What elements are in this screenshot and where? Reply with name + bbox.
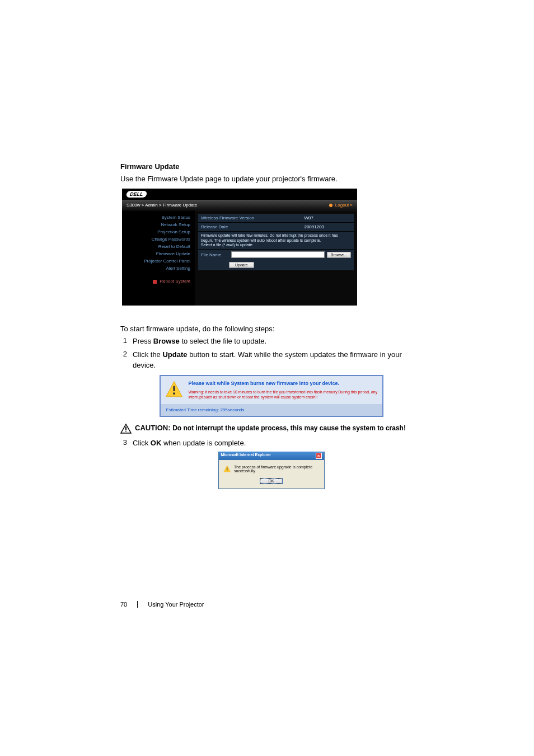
fw-warning-text: Firmware update will take few minutes. D… xyxy=(198,232,354,250)
step-2-text: Click the Update button to start. Wait w… xyxy=(133,350,422,370)
burn-dialog: Please wait while System burns new firmw… xyxy=(160,375,383,417)
admin-main: Wireless Firmware VersionW07 Release Dat… xyxy=(195,210,357,306)
release-date-value: 20091203 xyxy=(301,223,354,232)
svg-rect-7 xyxy=(227,467,227,469)
step-2-num: 2 xyxy=(120,350,133,370)
ok-button[interactable]: OK xyxy=(260,478,282,484)
svg-point-8 xyxy=(226,470,227,471)
breadcrumb-bar: S300w > Admin > Firmware Update Logout » xyxy=(122,200,357,210)
footer-section: Using Your Projector xyxy=(148,601,204,608)
sidebar-item-projection-setup[interactable]: Projection Setup xyxy=(127,228,190,236)
file-name-label: File Name xyxy=(201,252,229,257)
sidebar-item-reset-default[interactable]: Reset to Default xyxy=(127,243,190,250)
step-1-num: 1 xyxy=(120,336,133,346)
ok-dialog-titlebar: Microsoft Internet Explorer × xyxy=(219,452,324,460)
ok-dialog-title: Microsoft Internet Explorer xyxy=(221,453,271,459)
admin-screenshot: DELL S300w > Admin > Firmware Update Log… xyxy=(122,189,357,318)
alert-icon xyxy=(223,464,231,473)
caution-text: CAUTION: Do not interrupt the update pro… xyxy=(135,424,422,434)
logout-link[interactable]: Logout » xyxy=(329,203,353,208)
sidebar-item-alert-setting[interactable]: Alert Setting xyxy=(127,265,190,272)
release-date-label: Release Date xyxy=(198,223,301,232)
svg-point-2 xyxy=(173,392,175,395)
sidebar-item-firmware-update[interactable]: Firmware Update xyxy=(127,250,190,257)
ok-dialog: Microsoft Internet Explorer × The proces… xyxy=(218,452,325,489)
sidebar-item-system-status[interactable]: System Status xyxy=(127,214,190,221)
step-1-text: Press Browse to select the file to updat… xyxy=(133,336,422,346)
warning-icon xyxy=(165,381,183,398)
burn-dialog-estimated: Estimated Time remaining: 295seconds xyxy=(161,404,382,416)
page-footer: 70 Using Your Projector xyxy=(120,601,422,608)
sidebar-item-change-passwords[interactable]: Change Passwords xyxy=(127,236,190,243)
burn-dialog-title: Please wait while System burns new firmw… xyxy=(189,381,378,386)
update-button[interactable]: Update xyxy=(229,262,254,268)
file-name-input[interactable] xyxy=(231,251,325,258)
sidebar-item-reboot[interactable]: Reboot System xyxy=(127,278,190,285)
svg-rect-1 xyxy=(173,386,175,391)
page-number: 70 xyxy=(120,601,127,608)
fw-version-value: W07 xyxy=(301,214,354,223)
ok-dialog-message: The process of firmware upgrade is compl… xyxy=(234,465,320,473)
breadcrumb: S300w > Admin > Firmware Update xyxy=(127,203,197,208)
section-title: Firmware Update xyxy=(120,162,422,171)
sidebar-item-projector-control[interactable]: Projector Control Panel xyxy=(127,257,190,265)
svg-point-5 xyxy=(125,430,127,431)
intro-text: Use the Firmware Update page to update y… xyxy=(120,174,422,184)
logout-icon xyxy=(329,204,332,207)
close-icon[interactable]: × xyxy=(316,453,322,459)
caution-icon xyxy=(120,424,132,434)
steps-intro: To start firmware update, do the followi… xyxy=(120,325,422,333)
admin-sidebar: System Status Network Setup Projection S… xyxy=(122,210,195,306)
svg-rect-4 xyxy=(125,426,127,430)
sidebar-item-network-setup[interactable]: Network Setup xyxy=(127,221,190,228)
dell-logo: DELL xyxy=(126,191,147,198)
fw-version-label: Wireless Firmware Version xyxy=(198,214,301,223)
reboot-icon xyxy=(153,280,157,284)
dell-header: DELL xyxy=(122,189,357,200)
step-3-text: Click OK when update is complete. xyxy=(133,438,422,448)
burn-dialog-warning: Warning: It needs to take 10 minutes to … xyxy=(189,389,378,400)
step-3-num: 3 xyxy=(120,438,133,448)
file-row: File Name Browse... xyxy=(198,250,354,260)
browse-button[interactable]: Browse... xyxy=(327,252,351,258)
